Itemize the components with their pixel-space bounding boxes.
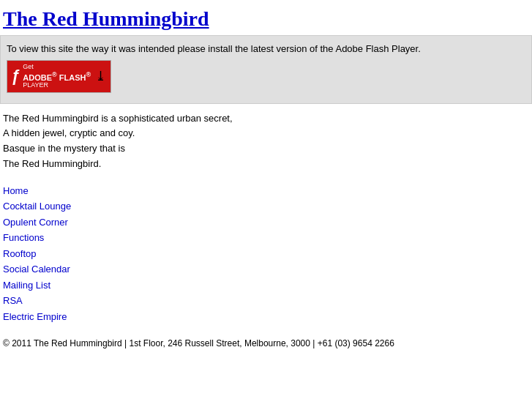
flash-notice-text: To view this site the way it was intende… [7, 43, 525, 54]
description-line3: Basque in the mystery that is [3, 143, 125, 154]
nav-link-mailing-list[interactable]: Mailing List [3, 278, 529, 293]
navigation-links: HomeCocktail LoungeOpulent CornerFunctio… [3, 184, 529, 324]
flash-f-letter: ƒ [11, 67, 20, 86]
flash-notice-banner: To view this site the way it was intende… [0, 35, 532, 104]
nav-link-cocktail-lounge[interactable]: Cocktail Lounge [3, 199, 529, 214]
main-content: The Red Hummingbird is a sophisticated u… [0, 108, 532, 355]
nav-link-rooftop[interactable]: Rooftop [3, 247, 529, 261]
footer-text: © 2011 The Red Hummingbird | 1st Floor, … [3, 338, 394, 348]
description-line1: The Red Hummingbird is a sophisticated u… [3, 113, 233, 124]
nav-link-rsa[interactable]: RSA [3, 294, 529, 308]
flash-install-button[interactable]: ƒ Get ADOBE® FLASH® PLAYER ⤓ [7, 60, 111, 93]
nav-link-functions[interactable]: Functions [3, 231, 529, 245]
flash-icon: ƒ [11, 67, 20, 86]
flash-badge-line1: Get [23, 64, 91, 71]
download-arrow-icon: ⤓ [95, 68, 106, 84]
flash-badge-line2: ADOBE® FLASH® [23, 71, 91, 82]
description-line2: A hidden jewel, cryptic and coy. [3, 127, 135, 138]
site-title-link[interactable]: The Red Hummingbird [3, 7, 209, 30]
nav-link-social-calendar[interactable]: Social Calendar [3, 262, 529, 277]
flash-badge-text: Get ADOBE® FLASH® PLAYER [23, 64, 91, 89]
footer: © 2011 The Red Hummingbird | 1st Floor, … [3, 335, 529, 348]
site-title: The Red Hummingbird [0, 0, 532, 35]
nav-link-opulent-corner[interactable]: Opulent Corner [3, 215, 529, 230]
site-description: The Red Hummingbird is a sophisticated u… [3, 111, 529, 172]
nav-link-electric-empire[interactable]: Electric Empire [3, 310, 529, 324]
description-line4: The Red Hummingbird. [3, 158, 101, 169]
flash-badge-line3: PLAYER [23, 82, 91, 89]
nav-link-home[interactable]: Home [3, 184, 529, 198]
